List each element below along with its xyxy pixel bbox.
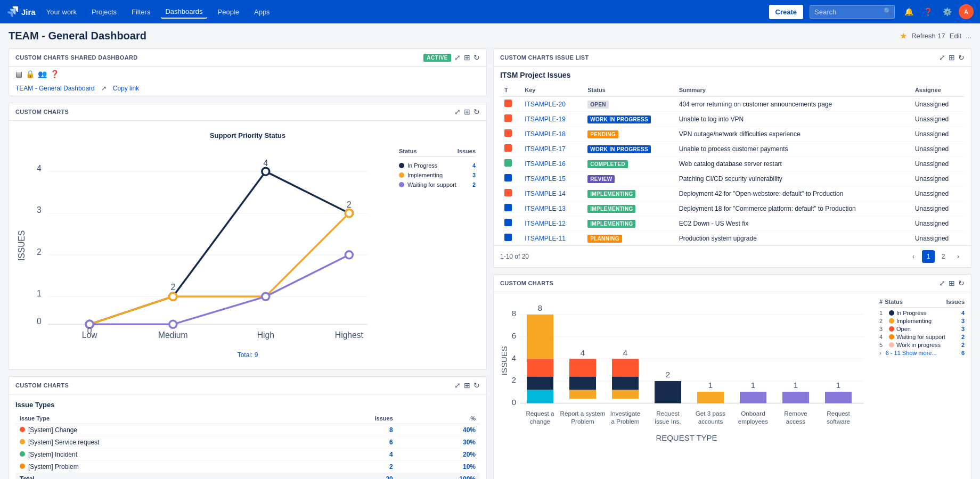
jira-logo[interactable]: Jira — [6, 5, 36, 18]
svg-text:4: 4 — [581, 348, 585, 357]
issue-key[interactable]: ITSAMPLE-20 — [520, 97, 583, 112]
bar-legend-item: 3 Open 3 — [879, 326, 965, 332]
issue-summary: VPN outage/network difficulties experien… — [675, 127, 911, 142]
itsm-expand[interactable]: ⤢ — [939, 53, 945, 62]
svg-text:Medium: Medium — [158, 331, 188, 340]
next-page[interactable]: › — [952, 250, 965, 263]
svg-rect-63 — [825, 392, 852, 403]
configure-icon[interactable]: ⊞ — [464, 53, 470, 62]
svg-text:Get 3 pass: Get 3 pass — [696, 410, 726, 417]
svg-text:8: 8 — [512, 309, 516, 318]
svg-point-25 — [345, 210, 353, 217]
user-avatar[interactable]: A — [959, 4, 974, 19]
line-chart-legend: Status Issues In Progress 4 — [395, 144, 480, 192]
nav-filters[interactable]: Filters — [127, 6, 154, 18]
issue-key[interactable]: ITSAMPLE-13 — [520, 201, 583, 216]
svg-text:2: 2 — [37, 247, 42, 257]
dashboard-share-icon[interactable]: 👥 — [38, 70, 47, 78]
svg-text:Investigate: Investigate — [610, 410, 640, 417]
refresh-button[interactable]: Refresh 17 — [911, 32, 945, 40]
nav-apps[interactable]: Apps — [250, 6, 274, 18]
dashboard-link[interactable]: TEAM - General Dashboard — [15, 85, 95, 92]
nav-projects[interactable]: Projects — [87, 6, 121, 18]
line-chart-configure[interactable]: ⊞ — [464, 108, 470, 116]
svg-text:2: 2 — [170, 283, 175, 292]
issue-key[interactable]: ITSAMPLE-11 — [520, 231, 583, 246]
itsm-issue-table: T Key Status Summary Assignee ITSAMPLE-2… — [500, 84, 965, 245]
nav-dashboards[interactable]: Dashboards — [161, 5, 207, 19]
issue-types-expand[interactable]: ⤢ — [454, 381, 461, 390]
shared-dashboard-title: Custom Charts Shared Dashboard — [15, 54, 137, 61]
issue-key[interactable]: ITSAMPLE-16 — [520, 156, 583, 171]
issue-key[interactable]: ITSAMPLE-14 — [520, 186, 583, 201]
bar-legend-item: 2 Implementing 3 — [879, 318, 965, 324]
svg-text:2: 2 — [512, 375, 516, 384]
dashboard-lock-icon[interactable]: 🔒 — [26, 70, 35, 78]
type-icon — [504, 100, 512, 107]
type-icon — [504, 234, 512, 241]
type-icon — [504, 189, 512, 196]
svg-text:REQUEST TYPE: REQUEST TYPE — [656, 433, 717, 442]
bar-expand[interactable]: ⤢ — [939, 279, 945, 287]
itsm-refresh[interactable]: ↻ — [958, 53, 965, 62]
page-2[interactable]: 2 — [937, 250, 950, 263]
dashboard-help-icon[interactable]: ❓ — [50, 70, 59, 78]
settings-icon[interactable]: ⚙️ — [940, 4, 954, 19]
table-row: ITSAMPLE-12 IMPLEMENTING EC2 Down - US W… — [500, 216, 965, 231]
issue-types-refresh[interactable]: ↻ — [473, 381, 480, 390]
line-chart-expand[interactable]: ⤢ — [454, 108, 461, 116]
bar-show-more[interactable]: › 6 - 11 Show more... 6 — [879, 350, 965, 356]
search-input[interactable] — [810, 5, 895, 19]
svg-rect-44 — [527, 377, 553, 390]
dashboard-list-icon[interactable]: ▤ — [15, 70, 22, 78]
expand-icon[interactable]: ⤢ — [454, 53, 461, 62]
svg-text:ISSUES: ISSUES — [500, 346, 509, 375]
svg-text:6: 6 — [512, 331, 516, 340]
edit-button[interactable]: Edit — [950, 32, 961, 40]
table-row: ITSAMPLE-17 WORK IN PROGRESS Unable to p… — [500, 142, 965, 156]
line-chart-refresh[interactable]: ↻ — [473, 108, 480, 116]
help-icon[interactable]: ❓ — [920, 4, 935, 19]
line-chart-panel-title: Custom Charts — [15, 109, 69, 115]
issue-key[interactable]: ITSAMPLE-12 — [520, 216, 583, 231]
issue-types-table: Issue Type Issues % [System] Change 8 40… — [15, 413, 480, 479]
nav-your-work[interactable]: Your work — [42, 6, 81, 18]
issue-key[interactable]: ITSAMPLE-18 — [520, 127, 583, 142]
svg-point-27 — [169, 320, 177, 328]
issue-summary: Web catalog database server restart — [675, 156, 911, 171]
svg-text:Report a system: Report a system — [560, 410, 606, 417]
copy-link-button[interactable]: Copy link — [113, 85, 139, 92]
more-button[interactable]: ... — [966, 32, 971, 40]
issue-key[interactable]: ITSAMPLE-19 — [520, 112, 583, 127]
create-button[interactable]: Create — [769, 5, 803, 19]
status-badge: PENDING — [587, 130, 618, 138]
svg-point-23 — [169, 293, 177, 300]
itsm-section-title: ITSM Project Issues — [500, 71, 965, 79]
bar-refresh[interactable]: ↻ — [958, 279, 965, 287]
page-1[interactable]: 1 — [922, 250, 935, 263]
issue-summary: 404 error returning on customer announce… — [675, 97, 911, 112]
star-icon[interactable]: ★ — [900, 31, 907, 41]
svg-text:4: 4 — [512, 353, 516, 362]
top-navigation: Jira Your work Projects Filters Dashboar… — [0, 0, 980, 23]
itsm-configure[interactable]: ⊞ — [949, 53, 955, 62]
bar-configure[interactable]: ⊞ — [949, 279, 955, 287]
pagination: 1-10 of 20 ‹ 1 2 › — [494, 245, 971, 267]
svg-text:1: 1 — [794, 381, 798, 390]
issue-assignee: Unassigned — [911, 186, 965, 201]
type-icon — [504, 114, 512, 122]
svg-text:ISSUES: ISSUES — [17, 230, 26, 261]
nav-people[interactable]: People — [214, 6, 243, 18]
svg-text:Highest: Highest — [335, 331, 364, 340]
issue-summary: Patching CI/CD security vulnerability — [675, 171, 911, 186]
itsm-panel-title: Custom Charts Issue List — [500, 54, 589, 61]
prev-page[interactable]: ‹ — [907, 250, 920, 263]
issue-assignee: Unassigned — [911, 171, 965, 186]
issue-key[interactable]: ITSAMPLE-17 — [520, 142, 583, 156]
notifications-icon[interactable]: 🔔 — [901, 4, 916, 19]
svg-text:1: 1 — [836, 381, 840, 390]
issue-key[interactable]: ITSAMPLE-15 — [520, 171, 583, 186]
refresh-icon[interactable]: ↻ — [473, 53, 480, 62]
issue-types-configure[interactable]: ⊞ — [464, 381, 470, 390]
bar-chart-legend: # Status Issues 1 In Progress 4 — [879, 299, 965, 358]
